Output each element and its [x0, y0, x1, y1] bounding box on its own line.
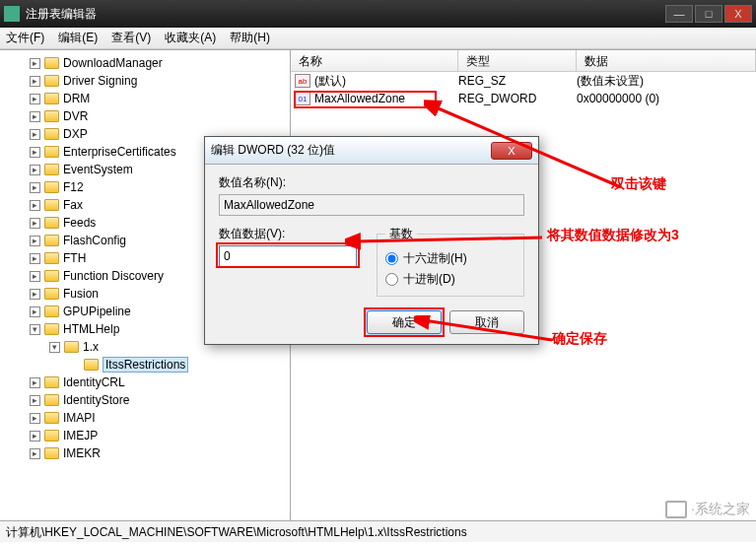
tree-item[interactable]: ▸IMEKR	[0, 444, 290, 462]
tree-item[interactable]: ▸Driver Signing	[0, 72, 290, 90]
tree-item[interactable]: ItssRestrictions	[0, 356, 290, 374]
list-row[interactable]: ab(默认)REG_SZ(数值未设置)	[291, 72, 756, 90]
highlight-box-value	[294, 91, 437, 108]
col-name[interactable]: 名称	[291, 50, 458, 71]
maximize-button[interactable]: □	[695, 5, 722, 23]
tree-item[interactable]: ▸IdentityCRL	[0, 374, 290, 391]
window-titlebar: 注册表编辑器 — □ X	[0, 0, 756, 28]
highlight-box-input	[216, 242, 360, 268]
radio-hex-label: 十六进制(H)	[403, 250, 467, 267]
value-name-input	[219, 194, 524, 216]
tree-item[interactable]: ▸IMAPI	[0, 409, 290, 427]
tree-item[interactable]: ▸DRM	[0, 90, 290, 107]
highlight-box-ok	[364, 307, 445, 337]
value-name-label: 数值名称(N):	[219, 174, 524, 191]
minimize-button[interactable]: —	[665, 5, 693, 23]
tree-item[interactable]: ▸IMEJP	[0, 427, 290, 444]
menu-favorites[interactable]: 收藏夹(A)	[165, 30, 216, 46]
menu-edit[interactable]: 编辑(E)	[58, 30, 98, 46]
col-data[interactable]: 数据	[577, 50, 756, 71]
col-type[interactable]: 类型	[458, 50, 577, 71]
window-title: 注册表编辑器	[26, 6, 665, 23]
app-icon	[4, 6, 20, 22]
radio-hex[interactable]	[385, 252, 398, 265]
radio-dec[interactable]	[385, 273, 398, 286]
base-legend: 基数	[385, 226, 417, 242]
dialog-close-button[interactable]: X	[491, 142, 532, 160]
tree-item[interactable]: ▸IdentityStore	[0, 391, 290, 409]
watermark-logo-icon	[665, 501, 687, 518]
base-fieldset: 基数 十六进制(H) 十进制(D)	[377, 226, 524, 297]
cancel-button[interactable]: 取消	[449, 310, 524, 334]
menu-view[interactable]: 查看(V)	[111, 30, 151, 46]
menu-file[interactable]: 文件(F)	[6, 30, 44, 46]
close-button[interactable]: X	[724, 5, 752, 23]
menu-bar: 文件(F) 编辑(E) 查看(V) 收藏夹(A) 帮助(H)	[0, 28, 756, 49]
value-data-label: 数值数据(V):	[219, 226, 357, 242]
tree-item[interactable]: ▸DownloadManager	[0, 54, 290, 72]
edit-dword-dialog: 编辑 DWORD (32 位)值 X 数值名称(N): 数值数据(V): 基数 …	[204, 136, 539, 345]
status-bar: 计算机\HKEY_LOCAL_MACHINE\SOFTWARE\Microsof…	[0, 520, 756, 542]
tree-item[interactable]: ▸DVR	[0, 107, 290, 125]
dialog-title: 编辑 DWORD (32 位)值	[211, 142, 491, 159]
list-header: 名称 类型 数据	[291, 50, 756, 72]
dialog-titlebar[interactable]: 编辑 DWORD (32 位)值 X	[205, 137, 538, 165]
watermark: ·系统之家	[665, 501, 750, 518]
radio-dec-label: 十进制(D)	[403, 271, 455, 288]
menu-help[interactable]: 帮助(H)	[230, 30, 270, 46]
watermark-text: ·系统之家	[691, 501, 750, 518]
